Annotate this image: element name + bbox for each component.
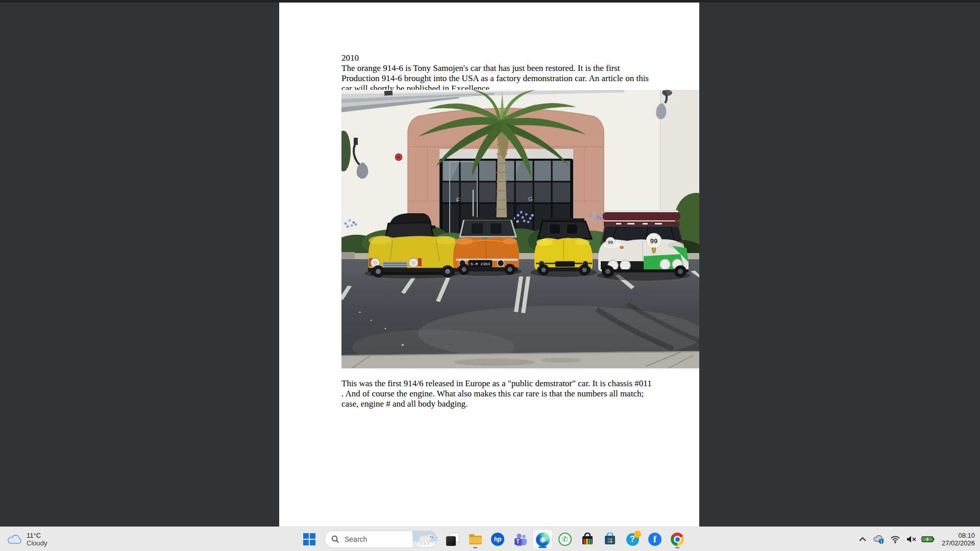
paragraph-line: The orange 914-6 is Tony Samojen's car t… xyxy=(341,63,649,73)
battery-charging-icon xyxy=(921,536,935,543)
tray-date: 27/02/2026 xyxy=(942,539,975,547)
microsoft-store-button[interactable] xyxy=(600,529,620,549)
taskbar-center-icons: hp T ✆ xyxy=(299,529,688,549)
running-indicator xyxy=(675,547,679,548)
teams-button[interactable]: T xyxy=(510,529,530,549)
whatsapp-button[interactable]: ✆ xyxy=(555,529,575,549)
clock[interactable]: 08:10 27/02/2026 xyxy=(942,532,975,547)
start-button[interactable] xyxy=(299,529,320,549)
paragraph-line: This was the first 914/6 released in Eur… xyxy=(341,379,652,389)
windows-logo-icon xyxy=(303,533,315,545)
volume-muted-status[interactable] xyxy=(905,533,918,546)
facebook-icon: f xyxy=(648,533,662,546)
license-plate: S-M 2383 xyxy=(471,262,491,266)
battery-status[interactable] xyxy=(921,533,935,546)
facebook-button[interactable]: f xyxy=(645,529,665,549)
photo-illustration: F G xyxy=(341,90,699,368)
alarm-bell xyxy=(396,154,402,161)
speaker-muted-icon xyxy=(906,535,917,543)
teams-icon: T xyxy=(513,533,527,546)
chrome-button[interactable] xyxy=(667,529,688,549)
notification-dot xyxy=(634,531,641,538)
tray-time: 08:10 xyxy=(942,532,975,539)
onedrive-cloud-icon: i xyxy=(873,534,885,544)
year-heading: 2010 xyxy=(341,53,649,63)
search-highlight-polar-bear-image xyxy=(412,531,437,547)
paragraph-line: . And of course the engine. What also ma… xyxy=(341,389,652,399)
door-letter-f: F xyxy=(456,197,460,203)
search-icon xyxy=(331,535,339,543)
svg-text:T: T xyxy=(516,539,519,544)
quick-assist-icon: ? xyxy=(626,533,639,546)
search-box[interactable] xyxy=(325,531,437,548)
chrome-icon xyxy=(671,533,684,546)
active-indicator xyxy=(538,546,547,548)
document-paragraph-1: 2010 The orange 914-6 is Tony Samojen's … xyxy=(341,53,649,94)
shopping-bag-icon xyxy=(581,533,594,546)
document-page: 2010 The orange 914-6 is Tony Samojen's … xyxy=(279,3,699,527)
chevron-up-icon xyxy=(859,537,866,541)
paragraph-line: case, engine # and all body badging. xyxy=(341,399,652,409)
car-4-race-white: 99 99 xyxy=(598,210,689,278)
shopping-bag-app-button[interactable] xyxy=(577,529,598,549)
wifi-icon xyxy=(890,535,900,543)
running-indicator xyxy=(473,547,477,548)
search-input[interactable] xyxy=(344,535,407,544)
task-view-icon xyxy=(446,533,459,546)
door-letter-g: G xyxy=(528,196,533,202)
file-explorer-button[interactable] xyxy=(465,529,485,549)
edge-button[interactable] xyxy=(532,529,553,549)
weather-temperature: 11°C xyxy=(27,532,47,539)
quick-assist-button[interactable]: ? xyxy=(622,529,643,549)
svg-text:i: i xyxy=(880,539,881,544)
onedrive-status[interactable]: i xyxy=(872,533,886,546)
cloud-icon xyxy=(7,534,22,545)
paragraph-line: Production 914-6 brought into the USA as… xyxy=(341,73,649,84)
hp-icon: hp xyxy=(491,533,504,546)
whatsapp-icon: ✆ xyxy=(558,533,572,546)
race-number-side: 99 xyxy=(608,240,613,245)
taskbar: 11°C Cloudy xyxy=(0,527,980,551)
hidden-icons-chevron[interactable] xyxy=(856,533,869,546)
car-2-orange: S-M 2383 xyxy=(453,217,519,275)
car-3-yellow xyxy=(534,218,593,276)
weather-condition: Cloudy xyxy=(27,539,47,547)
system-tray: i 08:10 2 xyxy=(856,527,975,551)
microsoft-store-icon xyxy=(603,533,617,546)
weather-widget[interactable]: 11°C Cloudy xyxy=(7,527,47,551)
hp-app-button[interactable]: hp xyxy=(487,529,508,549)
race-number-hood: 99 xyxy=(650,237,657,245)
document-paragraph-2: This was the first 914/6 released in Eur… xyxy=(341,379,652,409)
edge-icon xyxy=(536,533,550,546)
wifi-status[interactable] xyxy=(889,533,902,546)
document-photo: F G xyxy=(341,90,699,368)
file-explorer-icon xyxy=(469,533,482,545)
task-view-button[interactable] xyxy=(443,529,463,549)
